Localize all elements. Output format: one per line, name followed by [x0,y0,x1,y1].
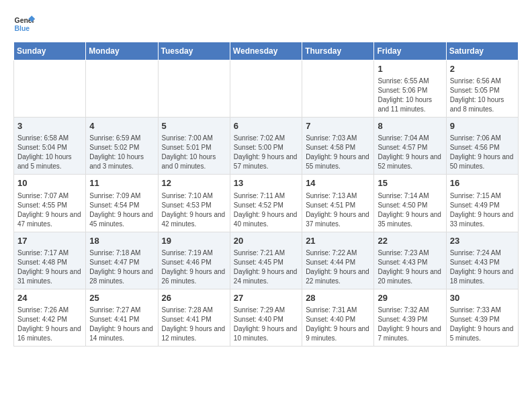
calendar-cell: 30Sunrise: 7:33 AM Sunset: 4:39 PM Dayli… [446,289,518,346]
calendar-cell: 20Sunrise: 7:21 AM Sunset: 4:45 PM Dayli… [230,232,302,289]
day-info: Sunrise: 7:00 AM Sunset: 5:01 PM Dayligh… [162,134,226,171]
calendar-cell: 1Sunrise: 6:55 AM Sunset: 5:06 PM Daylig… [374,60,446,118]
day-info: Sunrise: 7:11 AM Sunset: 4:52 PM Dayligh… [234,191,298,229]
day-info: Sunrise: 7:21 AM Sunset: 4:45 PM Dayligh… [234,248,298,286]
day-number: 12 [162,177,226,189]
calendar-cell: 28Sunrise: 7:31 AM Sunset: 4:40 PM Dayli… [302,289,374,346]
day-info: Sunrise: 7:03 AM Sunset: 4:58 PM Dayligh… [306,134,370,171]
calendar-week-4: 17Sunrise: 7:17 AM Sunset: 4:48 PM Dayli… [14,232,519,289]
day-number: 22 [378,235,442,247]
day-info: Sunrise: 7:27 AM Sunset: 4:41 PM Dayligh… [89,306,154,343]
calendar-table: SundayMondayTuesdayWednesdayThursdayFrid… [13,42,519,347]
logo-icon: General Blue [13,13,35,35]
calendar-cell: 24Sunrise: 7:26 AM Sunset: 4:42 PM Dayli… [14,289,86,346]
day-info: Sunrise: 7:31 AM Sunset: 4:40 PM Dayligh… [306,306,370,343]
day-info: Sunrise: 7:28 AM Sunset: 4:41 PM Dayligh… [162,306,226,343]
day-info: Sunrise: 7:07 AM Sunset: 4:55 PM Dayligh… [17,191,82,229]
calendar-cell [302,60,374,118]
day-info: Sunrise: 7:09 AM Sunset: 4:54 PM Dayligh… [89,191,154,229]
calendar-cell: 23Sunrise: 7:24 AM Sunset: 4:43 PM Dayli… [446,232,518,289]
calendar-cell: 17Sunrise: 7:17 AM Sunset: 4:48 PM Dayli… [14,232,86,289]
calendar-cell [158,60,230,118]
calendar-cell: 4Sunrise: 6:59 AM Sunset: 5:02 PM Daylig… [86,118,158,175]
calendar-cell: 29Sunrise: 7:32 AM Sunset: 4:39 PM Dayli… [374,289,446,346]
day-number: 10 [17,177,82,189]
calendar-cell [86,60,158,118]
calendar-header-thursday: Thursday [302,42,374,60]
calendar-cell: 16Sunrise: 7:15 AM Sunset: 4:49 PM Dayli… [446,175,518,232]
day-number: 27 [234,292,298,304]
calendar-week-1: 1Sunrise: 6:55 AM Sunset: 5:06 PM Daylig… [14,60,519,118]
logo: General Blue [13,13,38,35]
calendar-header-tuesday: Tuesday [158,42,230,60]
calendar-cell: 6Sunrise: 7:02 AM Sunset: 5:00 PM Daylig… [230,118,302,175]
day-info: Sunrise: 7:15 AM Sunset: 4:49 PM Dayligh… [450,191,515,229]
calendar-cell: 11Sunrise: 7:09 AM Sunset: 4:54 PM Dayli… [86,175,158,232]
day-info: Sunrise: 7:32 AM Sunset: 4:39 PM Dayligh… [378,306,442,343]
day-number: 17 [17,235,82,247]
calendar-cell: 7Sunrise: 7:03 AM Sunset: 4:58 PM Daylig… [302,118,374,175]
day-info: Sunrise: 7:02 AM Sunset: 5:00 PM Dayligh… [234,134,298,171]
calendar-cell: 26Sunrise: 7:28 AM Sunset: 4:41 PM Dayli… [158,289,230,346]
day-number: 24 [17,292,82,304]
calendar-cell: 27Sunrise: 7:29 AM Sunset: 4:40 PM Dayli… [230,289,302,346]
day-number: 11 [89,177,154,189]
day-info: Sunrise: 7:10 AM Sunset: 4:53 PM Dayligh… [162,191,226,229]
day-number: 21 [306,235,370,247]
day-info: Sunrise: 6:56 AM Sunset: 5:05 PM Dayligh… [450,77,515,114]
day-number: 29 [378,292,442,304]
day-info: Sunrise: 7:18 AM Sunset: 4:47 PM Dayligh… [89,248,154,286]
day-number: 25 [89,292,154,304]
day-info: Sunrise: 7:22 AM Sunset: 4:44 PM Dayligh… [306,248,370,286]
calendar-cell: 14Sunrise: 7:13 AM Sunset: 4:51 PM Dayli… [302,175,374,232]
calendar-week-3: 10Sunrise: 7:07 AM Sunset: 4:55 PM Dayli… [14,175,519,232]
day-info: Sunrise: 7:17 AM Sunset: 4:48 PM Dayligh… [17,248,82,286]
day-number: 6 [234,120,298,132]
svg-text:Blue: Blue [15,25,30,32]
day-number: 16 [450,177,515,189]
day-number: 8 [378,120,442,132]
calendar-cell: 2Sunrise: 6:56 AM Sunset: 5:05 PM Daylig… [446,60,518,118]
calendar-cell: 8Sunrise: 7:04 AM Sunset: 4:57 PM Daylig… [374,118,446,175]
calendar-header-saturday: Saturday [446,42,518,60]
day-info: Sunrise: 6:59 AM Sunset: 5:02 PM Dayligh… [89,134,154,171]
day-number: 14 [306,177,370,189]
calendar-cell: 5Sunrise: 7:00 AM Sunset: 5:01 PM Daylig… [158,118,230,175]
day-number: 19 [162,235,226,247]
calendar-cell: 15Sunrise: 7:14 AM Sunset: 4:50 PM Dayli… [374,175,446,232]
day-number: 3 [17,120,82,132]
calendar-header-monday: Monday [86,42,158,60]
day-info: Sunrise: 6:58 AM Sunset: 5:04 PM Dayligh… [17,134,82,171]
calendar-cell: 3Sunrise: 6:58 AM Sunset: 5:04 PM Daylig… [14,118,86,175]
calendar-cell [230,60,302,118]
calendar-cell: 25Sunrise: 7:27 AM Sunset: 4:41 PM Dayli… [86,289,158,346]
day-number: 2 [450,63,515,75]
day-number: 13 [234,177,298,189]
calendar-cell: 19Sunrise: 7:19 AM Sunset: 4:46 PM Dayli… [158,232,230,289]
day-info: Sunrise: 7:13 AM Sunset: 4:51 PM Dayligh… [306,191,370,229]
day-info: Sunrise: 7:14 AM Sunset: 4:50 PM Dayligh… [378,191,442,229]
day-number: 9 [450,120,515,132]
day-number: 23 [450,235,515,247]
calendar-cell: 18Sunrise: 7:18 AM Sunset: 4:47 PM Dayli… [86,232,158,289]
day-number: 4 [89,120,154,132]
calendar-cell: 10Sunrise: 7:07 AM Sunset: 4:55 PM Dayli… [14,175,86,232]
day-info: Sunrise: 7:24 AM Sunset: 4:43 PM Dayligh… [450,248,515,286]
calendar-cell: 9Sunrise: 7:06 AM Sunset: 4:56 PM Daylig… [446,118,518,175]
calendar-header-sunday: Sunday [14,42,86,60]
day-info: Sunrise: 6:55 AM Sunset: 5:06 PM Dayligh… [378,77,442,114]
calendar-cell: 22Sunrise: 7:23 AM Sunset: 4:43 PM Dayli… [374,232,446,289]
calendar-header-wednesday: Wednesday [230,42,302,60]
calendar-cell [14,60,86,118]
day-info: Sunrise: 7:04 AM Sunset: 4:57 PM Dayligh… [378,134,442,171]
page-header: General Blue [13,13,519,35]
day-info: Sunrise: 7:19 AM Sunset: 4:46 PM Dayligh… [162,248,226,286]
day-info: Sunrise: 7:06 AM Sunset: 4:56 PM Dayligh… [450,134,515,171]
day-info: Sunrise: 7:29 AM Sunset: 4:40 PM Dayligh… [234,306,298,343]
calendar-cell: 12Sunrise: 7:10 AM Sunset: 4:53 PM Dayli… [158,175,230,232]
day-number: 30 [450,292,515,304]
calendar-week-2: 3Sunrise: 6:58 AM Sunset: 5:04 PM Daylig… [14,118,519,175]
day-number: 15 [378,177,442,189]
day-number: 7 [306,120,370,132]
day-info: Sunrise: 7:33 AM Sunset: 4:39 PM Dayligh… [450,306,515,343]
